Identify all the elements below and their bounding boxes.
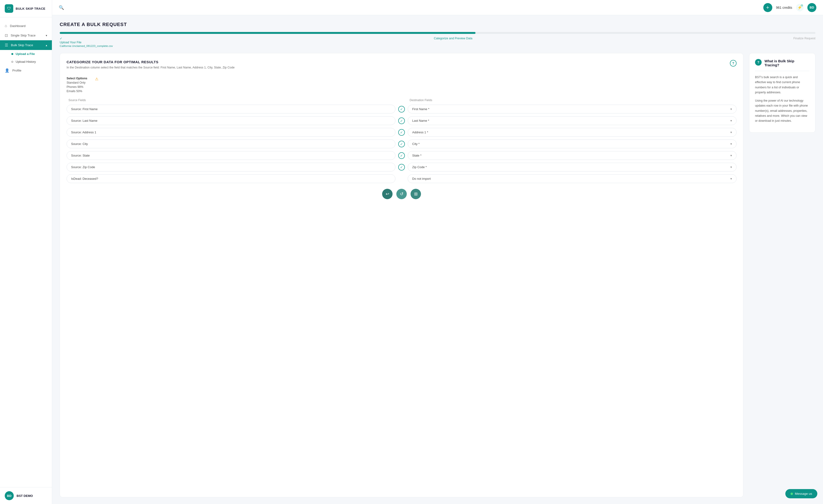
chevron-down-icon: ▾ xyxy=(730,107,732,111)
two-column-layout: CATEGORIZE YOUR DATA FOR OPTIMAL RESULTS… xyxy=(60,53,815,497)
bulk-icon: ☰ xyxy=(5,43,8,47)
page-title: CREATE A BULK REQUEST xyxy=(60,22,815,27)
source-city: Source: City xyxy=(66,140,395,148)
sidebar-item-upload-history[interactable]: Upload History xyxy=(0,58,52,65)
field-row-city: Source: City ✓ City * ▾ xyxy=(66,140,736,148)
options-row: Select Options Standard Only Phones 98% … xyxy=(66,77,736,93)
info-text-1: BST's bulk search is a quick and effecti… xyxy=(755,75,810,95)
card-title: CATEGORIZE YOUR DATA FOR OPTIMAL RESULTS xyxy=(66,60,234,64)
option-emails[interactable]: Emails 50% xyxy=(66,90,88,93)
page-content: CREATE A BULK REQUEST ✓ Upload Your File… xyxy=(52,15,823,504)
chevron-down-icon: ▾ xyxy=(730,131,732,134)
field-mapping-rows: Source: First Name ✓ First Name * ▾ Sour… xyxy=(66,105,736,183)
bulk-sub-menu: Upload a File Upload History xyxy=(0,50,52,65)
home-icon: ⌂ xyxy=(5,24,7,28)
dest-first-name[interactable]: First Name * ▾ xyxy=(408,105,736,114)
info-panel: ? What is Bulk Skip Tracing? BST's bulk … xyxy=(749,53,815,133)
topbar-right: + 961 credits ⚡ BD xyxy=(763,3,816,12)
stepper-labels: ✓ Upload Your File California Unclaimed_… xyxy=(60,37,815,47)
sidebar-item-dashboard[interactable]: ⌂ Dashboard xyxy=(0,21,52,30)
refresh-button[interactable]: ↺ xyxy=(396,189,407,199)
sidebar-nav: ⌂ Dashboard ⊡ Single Skip Trace ▾ ☰ Bulk… xyxy=(0,17,52,487)
step-upload-icon: ✓ xyxy=(60,37,113,40)
step-upload-file: California Unclaimed_081223_complete.csv xyxy=(60,44,113,47)
select-options-label[interactable]: Select Options xyxy=(66,77,88,80)
dest-address1[interactable]: Address 1 * ▾ xyxy=(408,128,736,137)
option-standard[interactable]: Standard Only xyxy=(66,81,88,84)
field-row-first-name: Source: First Name ✓ First Name * ▾ xyxy=(66,105,736,114)
card-subtitle: In the Destination column select the fie… xyxy=(66,66,234,69)
notifications-icon[interactable]: ⚡ xyxy=(796,4,804,11)
chevron-down-icon: ▾ xyxy=(730,165,732,169)
active-dot xyxy=(11,53,13,55)
sidebar-item-single-skip-trace[interactable]: ⊡ Single Skip Trace ▾ xyxy=(0,30,52,40)
field-row-address1: Source: Address 1 ✓ Address 1 * ▾ xyxy=(66,128,736,137)
source-isdead: IsDead: Deceased? xyxy=(66,174,395,183)
main-content: 🔍 + 961 credits ⚡ BD CREATE A BULK REQUE… xyxy=(52,0,823,504)
step-finalize: Finalize Request xyxy=(793,37,815,47)
chevron-down-icon: ▾ xyxy=(730,154,732,157)
chevron-down-icon: ▾ xyxy=(46,34,47,37)
info-warning-icon[interactable]: ⚠ xyxy=(95,77,98,81)
field-row-zip: Source: Zip Code ✓ Zip Code * ▾ xyxy=(66,163,736,171)
destination-fields-header: Destination Fields xyxy=(408,99,735,102)
sidebar-item-label: Profile xyxy=(12,69,21,72)
source-first-name: Source: First Name xyxy=(66,105,395,114)
logo-text: BULK SKIP TRACE xyxy=(16,7,45,10)
topbar: 🔍 + 961 credits ⚡ BD xyxy=(52,0,823,15)
stepper: ✓ Upload Your File California Unclaimed_… xyxy=(60,32,815,47)
field-column-headers: Source Fields Destination Fields xyxy=(66,99,736,102)
message-us-button[interactable]: Message us xyxy=(785,489,817,498)
sidebar-item-profile[interactable]: 👤 Profile xyxy=(0,65,52,75)
user-name: BST DEMO xyxy=(17,494,33,498)
action-buttons: ↩ ↺ ⊞ xyxy=(66,189,736,199)
user-avatar-topbar[interactable]: BD xyxy=(807,3,816,12)
search-icon[interactable]: 🔍 xyxy=(59,5,64,10)
dest-city[interactable]: City * ▾ xyxy=(408,140,736,148)
source-address1: Source: Address 1 xyxy=(66,128,395,137)
logo-icon: 🛡 xyxy=(5,4,13,13)
notification-dot xyxy=(801,4,803,7)
card-title-block: CATEGORIZE YOUR DATA FOR OPTIMAL RESULTS… xyxy=(66,60,234,75)
info-panel-header: ? What is Bulk Skip Tracing? xyxy=(755,59,810,67)
categorize-card: CATEGORIZE YOUR DATA FOR OPTIMAL RESULTS… xyxy=(60,53,744,497)
card-header: CATEGORIZE YOUR DATA FOR OPTIMAL RESULTS… xyxy=(66,60,736,75)
inactive-dot xyxy=(11,61,13,63)
check-city: ✓ xyxy=(398,141,405,147)
sidebar-item-label: Dashboard xyxy=(10,24,26,28)
sidebar-item-label: Single Skip Trace xyxy=(11,34,35,37)
field-row-state: Source: State ✓ State * ▾ xyxy=(66,151,736,160)
table-view-button[interactable]: ⊞ xyxy=(410,189,421,199)
sidebar-user: BD BST DEMO xyxy=(0,487,52,504)
field-row-last-name: Source: Last Name ✓ Last Name * ▾ xyxy=(66,116,736,125)
sidebar-item-label: Bulk Skip Trace xyxy=(11,43,33,47)
nav-sub-label: Upload History xyxy=(16,60,36,63)
option-phones[interactable]: Phones 98% xyxy=(66,85,88,89)
dest-isdead[interactable]: Do not import ▾ xyxy=(408,174,736,183)
stepper-fill xyxy=(60,32,476,34)
chevron-down-icon: ▾ xyxy=(730,142,732,146)
check-last-name: ✓ xyxy=(398,118,405,124)
message-btn-label: Message us xyxy=(795,492,812,495)
credits-display: 961 credits xyxy=(776,6,792,9)
check-first-name: ✓ xyxy=(398,106,405,113)
options-list: Select Options Standard Only Phones 98% … xyxy=(66,77,88,93)
info-text-2: Using the power of AI our technology upd… xyxy=(755,98,810,123)
single-skip-icon: ⊡ xyxy=(5,33,8,38)
add-credits-button[interactable]: + xyxy=(763,3,772,12)
dest-zip[interactable]: Zip Code * ▾ xyxy=(408,163,736,171)
dest-last-name[interactable]: Last Name * ▾ xyxy=(408,116,736,125)
dest-state[interactable]: State * ▾ xyxy=(408,151,736,160)
back-button[interactable]: ↩ xyxy=(382,189,392,199)
help-icon[interactable]: ? xyxy=(730,60,736,66)
sidebar-item-bulk-skip-trace[interactable]: ☰ Bulk Skip Trace ▴ xyxy=(0,40,52,50)
field-row-isdead: IsDead: Deceased? Do not import ▾ xyxy=(66,174,736,183)
nav-sub-label: Upload a File xyxy=(16,52,35,56)
profile-icon: 👤 xyxy=(5,68,9,73)
user-avatar: BD xyxy=(5,491,14,500)
info-divider xyxy=(755,71,810,71)
step-categorize: Categorize and Preview Data xyxy=(434,37,472,47)
chevron-up-icon: ▴ xyxy=(46,43,47,47)
stepper-bar xyxy=(60,32,815,34)
sidebar-item-upload-file[interactable]: Upload a File xyxy=(0,50,52,58)
